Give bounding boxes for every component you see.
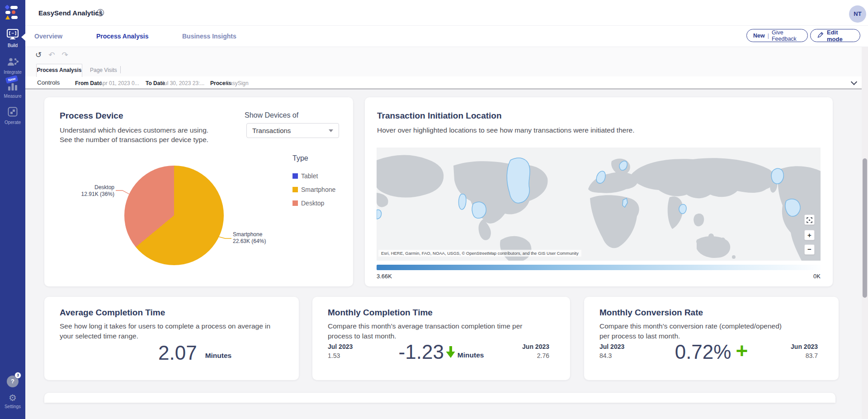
map-color-scale xyxy=(377,265,821,270)
map-default-extent-button[interactable] xyxy=(804,214,815,225)
world-map-svg xyxy=(377,148,821,261)
world-map[interactable]: Esri, HERE, Garmin, FAO, NOAA, USGS, © O… xyxy=(377,148,821,261)
sidebar-item-settings[interactable]: ⚙ Settings xyxy=(0,393,25,409)
edit-mode-button[interactable]: Edit mode xyxy=(810,29,860,42)
sidebar-item-label: Build xyxy=(0,43,25,48)
operate-grid-icon xyxy=(8,110,18,118)
integrate-people-icon xyxy=(7,60,19,68)
sidebar-item-measure[interactable]: New Measure xyxy=(0,82,25,99)
stat-value: 2.76 xyxy=(522,352,549,359)
from-date-value[interactable]: Apr 01, 2023 0... xyxy=(99,80,139,86)
stat-value: 83.7 xyxy=(791,352,818,359)
legend-label: Desktop xyxy=(301,200,324,207)
subtab-process-analysis[interactable]: Process Analysis xyxy=(36,64,82,77)
smartphone-swatch xyxy=(292,187,298,192)
desktop-swatch xyxy=(292,200,298,206)
transaction-location-card: Transaction Initiation Location Hover ov… xyxy=(365,97,833,286)
avatar[interactable]: NT xyxy=(849,5,866,23)
reset-icon[interactable]: ↺ xyxy=(35,50,42,59)
scrollbar-thumb[interactable] xyxy=(863,158,867,298)
stat-label: Jun 2023 xyxy=(791,343,818,350)
edit-mode-label: Edit mode xyxy=(827,29,854,43)
active-section-notch xyxy=(21,33,25,41)
give-feedback-button[interactable]: New | Give Feedback xyxy=(746,29,808,42)
metric-value: 2.07 xyxy=(158,343,197,363)
map-attribution: Esri, HERE, Garmin, FAO, NOAA, USGS, © O… xyxy=(378,250,581,257)
legend-item-tablet[interactable]: Tablet xyxy=(292,172,335,180)
card-description: Hover over highlighted locations to see … xyxy=(377,125,635,135)
card-description: Compare this month’s average transaction… xyxy=(328,321,522,341)
metric-unit: Minutes xyxy=(205,352,232,363)
help-icon[interactable]: ? xyxy=(97,9,104,16)
process-value[interactable]: EasySign xyxy=(226,80,249,86)
tab-process-analysis[interactable]: Process Analysis xyxy=(96,33,148,40)
tab-business-insights[interactable]: Business Insights xyxy=(182,33,236,40)
metric-unit: Minutes xyxy=(458,351,484,359)
sidebar-item-label: Measure xyxy=(0,94,25,99)
card-description: Understand which devices customers are u… xyxy=(60,125,208,144)
sidebar-help-button[interactable]: 3 ? xyxy=(0,376,25,387)
card-description: See how long it takes for users to compl… xyxy=(60,321,270,341)
card-title: Process Device xyxy=(60,111,123,121)
workspace: ↺ ↶ ↷ Process Analysis Page Visits Contr… xyxy=(25,47,862,419)
arrow-down-icon xyxy=(446,346,456,360)
easysend-logo[interactable] xyxy=(5,5,20,20)
logo-triangle xyxy=(5,15,10,19)
subtab-page-visits[interactable]: Page Visits xyxy=(90,67,117,73)
device-pie-chart[interactable] xyxy=(124,166,224,265)
sidebar-item-label: Operate xyxy=(0,120,25,125)
dropdown-value: Transactions xyxy=(252,127,291,134)
sidebar-item-label: Settings xyxy=(0,404,25,409)
legend-label: Smartphone xyxy=(301,186,335,193)
monthly-completion-time-card: Monthly Completion Time Compare this mon… xyxy=(312,297,570,380)
scrollbar-track[interactable] xyxy=(862,47,868,419)
logo-diamond xyxy=(5,5,9,10)
monitor-icon xyxy=(7,33,19,41)
map-zoom-out-button[interactable]: − xyxy=(804,244,815,255)
notification-badge: 3 xyxy=(14,372,21,379)
map-zoom-in-button[interactable]: + xyxy=(804,230,815,240)
page-title: EasySend Analytics xyxy=(38,9,103,17)
legend-label: Tablet xyxy=(301,172,318,180)
stat-label: Jun 2023 xyxy=(522,343,549,350)
controls-bar: Controls From Date Apr 01, 2023 0... To … xyxy=(25,76,862,89)
gear-icon: ⚙ xyxy=(0,393,25,403)
controls-title: Controls xyxy=(37,79,60,86)
chevron-down-icon[interactable] xyxy=(851,79,857,85)
undo-icon[interactable]: ↶ xyxy=(48,50,55,59)
logo-pill xyxy=(5,11,10,14)
sidebar: Build Integrate New Measure Operate 3 ? xyxy=(0,0,25,419)
history-toolbar: ↺ ↶ ↷ xyxy=(35,50,68,59)
feedback-label: Give Feedback xyxy=(772,29,801,42)
divider xyxy=(120,66,121,73)
monthly-conversion-rate-card: Monthly Conversion Rate Compare this mon… xyxy=(584,297,839,380)
logo-pill xyxy=(11,16,18,19)
card-title: Monthly Conversion Rate xyxy=(599,308,703,318)
tab-overview[interactable]: Overview xyxy=(34,33,62,40)
next-card-partial xyxy=(44,393,835,403)
process-device-card: Process Device Understand which devices … xyxy=(44,97,353,286)
pencil-icon xyxy=(817,32,824,40)
sidebar-item-label: Integrate xyxy=(0,70,25,75)
metric-row: 2.07 Minutes xyxy=(158,343,231,363)
legend-item-desktop[interactable]: Desktop xyxy=(292,200,335,207)
average-completion-time-card: Average Completion Time See how long it … xyxy=(44,297,299,380)
scale-max-label: 3.66K xyxy=(377,273,392,280)
pie-callout-desktop: Desktop 12.91K (36%) xyxy=(69,184,114,198)
card-title: Average Completion Time xyxy=(60,308,165,318)
pie-legend: Type Tablet Smartphone Desktop xyxy=(292,154,335,213)
devices-of-dropdown[interactable]: Transactions xyxy=(246,123,339,138)
card-description: Compare this month’s conversion rate (co… xyxy=(599,321,782,341)
sidebar-item-operate[interactable]: Operate xyxy=(0,107,25,125)
logo-circle xyxy=(12,10,15,14)
sidebar-item-integrate[interactable]: Integrate xyxy=(0,57,25,75)
redo-icon[interactable]: ↷ xyxy=(62,50,68,59)
to-date-value[interactable]: Jul 30, 2023 23:... xyxy=(161,80,204,86)
app-root: Build Integrate New Measure Operate 3 ? xyxy=(0,0,868,419)
chevron-down-icon xyxy=(329,129,333,132)
delta-value: -1.23 xyxy=(399,342,444,362)
divider: | xyxy=(768,33,769,39)
delta-value: 0.72% xyxy=(675,342,731,362)
card-title: Transaction Initiation Location xyxy=(377,111,502,121)
legend-item-smartphone[interactable]: Smartphone xyxy=(292,186,335,193)
